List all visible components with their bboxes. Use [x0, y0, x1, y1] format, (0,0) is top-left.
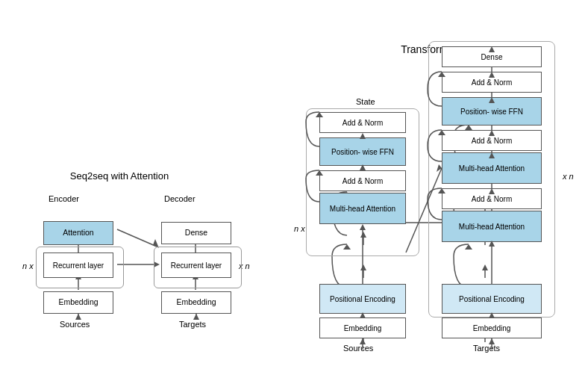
- dec-pos-encoding-box: Positional Encoding: [442, 284, 542, 314]
- sources-label: Sources: [60, 320, 90, 329]
- transformer-nx-label: n x: [294, 224, 305, 233]
- enc-add-norm1-box: Add & Norm: [319, 112, 406, 133]
- dec-multi-head-attn2-box: Multi-head Attention: [442, 211, 542, 242]
- dense-dec-box: Dense: [161, 222, 231, 244]
- enc-multi-head-attn-box: Multi-head Attention: [319, 193, 406, 224]
- svg-marker-17: [360, 264, 366, 270]
- svg-marker-84: [193, 314, 199, 320]
- svg-line-6: [117, 229, 157, 247]
- state-label: State: [356, 97, 375, 106]
- targets-label: Targets: [179, 320, 206, 329]
- attention-box: Attention: [43, 221, 113, 245]
- embedding-dec-box: Embedding: [161, 291, 231, 314]
- dec-dense-box: Dense: [442, 46, 542, 67]
- recurrent-dec-box: Recurrent layer: [161, 253, 231, 278]
- enc-sources-label: Sources: [343, 344, 373, 353]
- recurrent-enc-box: Recurrent layer: [43, 253, 113, 278]
- transformer-xn-label: x n: [563, 172, 574, 181]
- seq2seq-title: Seq2seq with Attention: [41, 170, 198, 182]
- embedding-enc-box: Embedding: [43, 291, 113, 314]
- diagram-container: Seq2seq with Attention Encoder Decoder n…: [0, 0, 588, 381]
- dec-add-norm2-box: Add & Norm: [442, 130, 542, 151]
- enc-embedding-box: Embedding: [319, 318, 406, 338]
- dec-targets-label: Targets: [473, 344, 500, 353]
- dec-add-norm3-box: Add & Norm: [442, 188, 542, 209]
- enc-pos-encoding-box: Positional Encoding: [319, 284, 406, 314]
- dec-add-norm1-box: Add & Norm: [442, 72, 542, 93]
- dec-pos-wise-ffn-box: Position- wise FFN: [442, 97, 542, 126]
- encoder-label: Encoder: [49, 194, 79, 203]
- dec-embedding-box: Embedding: [442, 318, 542, 338]
- seq2seq-nx-label: n x: [22, 261, 34, 270]
- enc-add-norm2-box: Add & Norm: [319, 170, 406, 191]
- svg-marker-82: [75, 314, 81, 320]
- dec-multi-head-attn1-box: Multi-head Attention: [442, 152, 542, 184]
- decoder-label: Decoder: [164, 194, 196, 203]
- enc-pos-wise-ffn-box: Position- wise FFN: [319, 137, 406, 166]
